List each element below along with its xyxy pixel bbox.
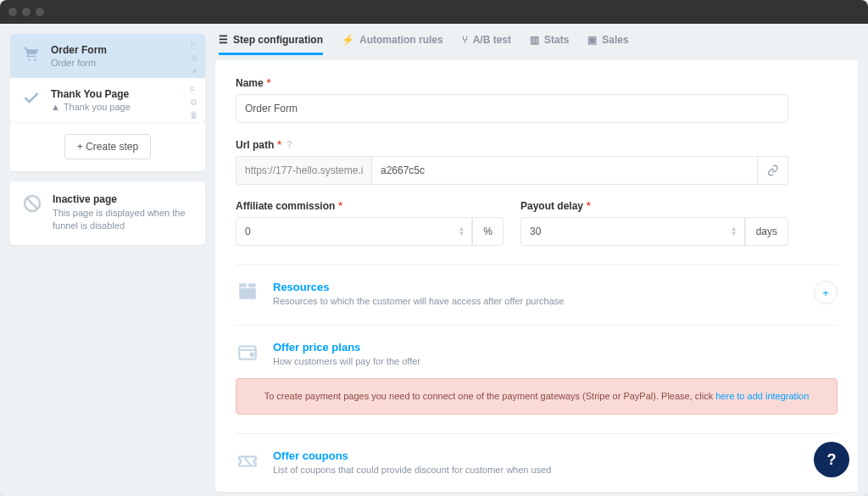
price-plans-desc: How customers will pay for the offer	[273, 356, 420, 366]
sidebar-step-order-form[interactable]: Order Form Order form ⎘ ⚙ ★	[10, 34, 205, 78]
svg-rect-6	[248, 283, 256, 287]
blocked-icon	[22, 193, 42, 216]
tab-label: Automation rules	[359, 34, 443, 46]
tab-label: A/B test	[473, 34, 511, 46]
price-plans-title: Offer price plans	[273, 341, 420, 354]
coupons-title: Offer coupons	[273, 449, 551, 462]
svg-point-0	[28, 59, 31, 61]
tab-label: Step configuration	[233, 34, 323, 46]
wallet-icon	[236, 341, 259, 365]
sidebar: Order Form Order form ⎘ ⚙ ★ Thank You Pa…	[10, 34, 205, 486]
resources-desc: Resources to which the customer will hav…	[273, 296, 564, 306]
add-integration-link[interactable]: here to add integration	[715, 391, 809, 401]
url-base-input	[236, 156, 371, 185]
affiliate-label: Affiliate commission	[236, 200, 335, 212]
star-icon[interactable]: ★	[191, 66, 198, 75]
window-dot	[36, 8, 44, 16]
svg-rect-5	[239, 283, 247, 287]
tab-automation-rules[interactable]: ⚡Automation rules	[342, 34, 443, 55]
step-title: Thank You Page	[51, 88, 193, 100]
coupon-icon	[236, 449, 259, 474]
inactive-desc: This page is displayed when the funnel i…	[53, 207, 193, 233]
tabs: ☰Step configuration ⚡Automation rules ⑂A…	[215, 34, 858, 60]
required-mark: *	[587, 200, 591, 212]
required-mark: *	[277, 139, 281, 151]
tab-stats[interactable]: ▥Stats	[530, 34, 569, 55]
svg-point-1	[34, 59, 36, 61]
tab-label: Stats	[544, 34, 569, 46]
step-subtitle: Order form	[51, 58, 193, 68]
coupons-desc: List of coupons that could provide disco…	[273, 465, 551, 475]
svg-point-8	[251, 354, 253, 356]
duplicate-icon[interactable]: ⎘	[190, 85, 198, 94]
sidebar-step-thank-you[interactable]: Thank You Page ▲Thank you page ⎘ ⚙ 🗑	[10, 78, 205, 122]
affiliate-unit: %	[472, 217, 504, 246]
delete-icon[interactable]: 🗑	[190, 110, 198, 120]
alert-text: To create payment pages you need to conn…	[264, 391, 716, 401]
resources-title: Resources	[273, 281, 564, 293]
payout-input[interactable]	[520, 217, 731, 246]
settings-icon[interactable]: ⚙	[191, 53, 198, 63]
check-icon	[22, 90, 41, 109]
required-mark: *	[338, 200, 342, 212]
help-icon[interactable]: ？	[285, 138, 294, 151]
url-label: Url path	[236, 139, 274, 151]
add-resource-button[interactable]: +	[814, 281, 837, 304]
config-panel: Name* Url path* ？ Affiliat	[215, 60, 858, 492]
name-input[interactable]	[236, 94, 788, 123]
open-url-button[interactable]	[758, 156, 788, 185]
cart-icon	[22, 46, 41, 65]
svg-line-3	[27, 198, 37, 209]
list-icon: ☰	[219, 34, 228, 46]
stepper-icon[interactable]: ▲▼	[458, 217, 472, 246]
affiliate-input[interactable]	[236, 217, 458, 246]
step-subtitle: ▲Thank you page	[51, 102, 193, 112]
payout-unit: days	[745, 217, 788, 246]
duplicate-icon[interactable]: ⎘	[191, 41, 198, 50]
chart-icon: ▥	[530, 34, 539, 46]
tab-step-configuration[interactable]: ☰Step configuration	[219, 34, 323, 55]
name-label: Name	[236, 77, 264, 89]
warning-icon: ▲	[51, 102, 60, 112]
url-slug-input[interactable]	[371, 156, 758, 185]
window-dot	[8, 8, 17, 16]
required-mark: *	[267, 77, 271, 89]
inactive-title: Inactive page	[53, 193, 193, 205]
create-step-button[interactable]: + Create step	[64, 134, 151, 159]
payment-gateway-alert: To create payment pages you need to conn…	[236, 378, 837, 415]
svg-rect-4	[239, 288, 256, 299]
window-titlebar	[0, 0, 868, 24]
tab-label: Sales	[602, 34, 628, 46]
step-title: Order Form	[51, 44, 193, 56]
tab-ab-test[interactable]: ⑂A/B test	[462, 34, 511, 55]
bolt-icon: ⚡	[342, 34, 354, 46]
help-fab[interactable]: ?	[814, 442, 849, 477]
payout-label: Payout delay	[520, 200, 583, 212]
inactive-page-card[interactable]: Inactive page This page is displayed whe…	[10, 181, 205, 245]
settings-icon[interactable]: ⚙	[190, 98, 198, 107]
tab-sales[interactable]: ▣Sales	[587, 34, 628, 55]
money-icon: ▣	[587, 34, 597, 46]
window-dot	[22, 8, 31, 16]
stepper-icon[interactable]: ▲▼	[731, 217, 745, 246]
box-icon	[236, 281, 259, 305]
split-icon: ⑂	[462, 34, 468, 46]
